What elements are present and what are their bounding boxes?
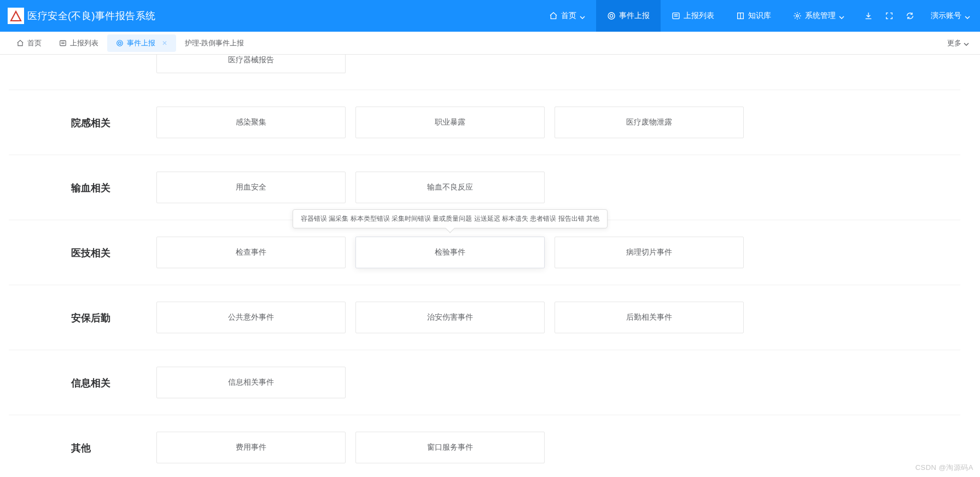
nav-system[interactable]: 系统管理: [782, 0, 855, 32]
svg-point-0: [608, 13, 615, 19]
event-type-card[interactable]: 感染聚集: [156, 107, 346, 138]
nav-home[interactable]: 首页: [538, 0, 596, 32]
nav-label: 上报列表: [684, 11, 714, 21]
fullscreen-icon[interactable]: [885, 11, 894, 20]
nav-label: 知识库: [748, 11, 771, 21]
watermark: CSDN @淘源码A: [915, 463, 973, 473]
category-row: 其他费用事件窗口服务事件: [9, 415, 960, 477]
nav-label: 首页: [561, 11, 576, 21]
event-type-card[interactable]: 治安伤害事件: [355, 302, 545, 333]
account-menu[interactable]: 演示账号: [926, 11, 970, 21]
tabs-more-button[interactable]: 更多: [947, 38, 969, 48]
app-logo: [8, 8, 24, 24]
tabs-bar: 首页 上报列表 事件上报 ✕ 护理-跌倒事件上报 更多: [0, 32, 980, 55]
event-type-card[interactable]: 检验事件: [355, 237, 545, 268]
event-type-card[interactable]: 后勤相关事件: [555, 302, 744, 333]
event-type-card[interactable]: 信息相关事件: [156, 367, 346, 398]
cards-container: 医疗器械报告: [156, 55, 346, 90]
gear-icon: [793, 11, 802, 20]
nav-knowledge[interactable]: 知识库: [725, 0, 782, 32]
event-type-card[interactable]: 检查事件: [156, 237, 346, 268]
refresh-icon[interactable]: [906, 11, 914, 20]
event-type-card[interactable]: 医疗废物泄露: [555, 107, 744, 138]
chevron-down-icon: [964, 40, 969, 46]
nav-event-report[interactable]: 事件上报: [596, 0, 661, 32]
cards-container: 感染聚集职业暴露医疗废物泄露: [156, 107, 744, 155]
tooltip-arrow: [446, 224, 455, 233]
category-row: 设备相关医疗器械报告: [9, 55, 960, 90]
tab-label: 事件上报: [127, 38, 155, 48]
category-label: 院感相关: [9, 107, 156, 129]
home-icon: [16, 39, 24, 47]
tab-label: 上报列表: [70, 38, 98, 48]
event-type-card[interactable]: 医疗器械报告: [156, 55, 346, 73]
event-type-card[interactable]: 费用事件: [156, 432, 346, 463]
svg-point-1: [610, 14, 612, 17]
tab-home[interactable]: 首页: [8, 34, 50, 52]
category-label: 信息相关: [9, 367, 156, 390]
event-type-card[interactable]: 职业暴露: [355, 107, 545, 138]
home-icon: [549, 11, 558, 20]
category-row: 院感相关感染聚集职业暴露医疗废物泄露: [9, 90, 960, 155]
nav-items: 首页 事件上报 上报列表 知识库 系统管理 演示账号: [538, 0, 970, 32]
category-row: 信息相关信息相关事件: [9, 350, 960, 415]
nav-label: 事件上报: [619, 11, 650, 21]
category-label: 输血相关: [9, 172, 156, 195]
target-icon: [607, 11, 616, 20]
svg-point-3: [796, 15, 798, 17]
download-icon[interactable]: [864, 11, 873, 20]
category-label: 安保后勤: [9, 302, 156, 325]
main-content: 设备相关医疗器械报告院感相关感染聚集职业暴露医疗废物泄露输血相关用血安全输血不良…: [0, 55, 980, 477]
category-row: 安保后勤公共意外事件治安伤害事件后勤相关事件: [9, 285, 960, 350]
book-icon: [736, 11, 745, 20]
tab-report-list[interactable]: 上报列表: [50, 34, 107, 52]
category-label: 医技相关: [9, 237, 156, 260]
header-right-icons: 演示账号: [855, 0, 970, 32]
chevron-down-icon: [965, 13, 970, 19]
event-type-card[interactable]: 用血安全: [156, 172, 346, 203]
event-type-card[interactable]: 窗口服务事件: [355, 432, 545, 463]
tab-event-report[interactable]: 事件上报 ✕: [107, 34, 176, 52]
target-icon: [116, 39, 124, 47]
cards-container: 检查事件检验事件容器错误 漏采集 标本类型错误 采集时间错误 量或质量问题 运送…: [156, 237, 744, 285]
card-tooltip: 容器错误 漏采集 标本类型错误 采集时间错误 量或质量问题 运送延迟 标本遗失 …: [293, 209, 608, 228]
list-icon: [59, 39, 67, 47]
cards-container: 费用事件窗口服务事件: [156, 432, 545, 477]
svg-point-5: [117, 40, 123, 46]
chevron-down-icon: [839, 13, 844, 19]
list-icon: [672, 11, 680, 20]
top-header: 医疗安全(不良)事件报告系统 首页 事件上报 上报列表 知识库 系统管理: [0, 0, 980, 32]
event-type-card[interactable]: 输血不良反应: [355, 172, 545, 203]
cards-container: 公共意外事件治安伤害事件后勤相关事件: [156, 302, 744, 350]
close-icon[interactable]: ✕: [162, 39, 167, 47]
cards-container: 信息相关事件: [156, 367, 346, 415]
category-panel: 设备相关医疗器械报告院感相关感染聚集职业暴露医疗废物泄露输血相关用血安全输血不良…: [9, 55, 971, 477]
event-type-card[interactable]: 公共意外事件: [156, 302, 346, 333]
svg-point-6: [119, 42, 121, 44]
logo-area: 医疗安全(不良)事件报告系统: [8, 8, 156, 24]
category-row: 医技相关检查事件检验事件容器错误 漏采集 标本类型错误 采集时间错误 量或质量问…: [9, 220, 960, 285]
tabs-more-label: 更多: [947, 38, 961, 48]
chevron-down-icon: [580, 13, 585, 19]
tabs-container: 首页 上报列表 事件上报 ✕ 护理-跌倒事件上报: [8, 32, 253, 54]
tab-nursing-fall[interactable]: 护理-跌倒事件上报: [176, 34, 253, 52]
category-label: 其他: [9, 432, 156, 455]
tab-label: 首页: [27, 38, 42, 48]
tab-label: 护理-跌倒事件上报: [185, 38, 244, 48]
account-label: 演示账号: [931, 11, 961, 21]
event-type-card[interactable]: 病理切片事件: [555, 237, 744, 268]
nav-label: 系统管理: [805, 11, 836, 21]
app-title: 医疗安全(不良)事件报告系统: [27, 9, 156, 22]
nav-report-list[interactable]: 上报列表: [661, 0, 725, 32]
